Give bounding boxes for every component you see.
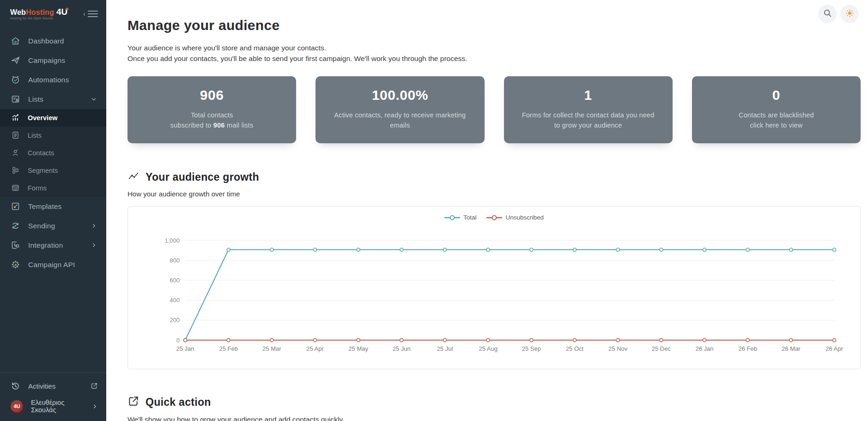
chevron-right-icon — [92, 403, 98, 409]
quick-action-subtitle: We'll show you how to grow your audience… — [127, 415, 868, 421]
sidebar-item-campaign-api[interactable]: Campaign API — [0, 255, 106, 275]
stat-line-2: to grow your audience — [554, 122, 622, 129]
brand-tagline: Hosting for the Open Source — [10, 17, 54, 20]
legend-marker-icon — [486, 215, 502, 220]
growth-chart-svg: 02004006008001,00025 Jan25 Feb25 Mar25 A… — [139, 224, 850, 363]
sidebar-item-label: Sending — [28, 222, 55, 230]
chevron-left-icon: ‹ — [83, 10, 85, 17]
stat-value: 0 — [699, 87, 853, 103]
sidebar-item-label: Automations — [28, 76, 69, 84]
quick-action-header: Quick action — [127, 395, 868, 409]
svg-text:25 Jun: 25 Jun — [393, 345, 411, 352]
svg-text:26 Mar: 26 Mar — [782, 345, 801, 352]
brand-logo[interactable]: WebHosting Hosting for the Open Source 4… — [10, 7, 67, 20]
sidebar-item-forms[interactable]: Forms — [0, 179, 106, 197]
document-list-icon — [11, 131, 20, 140]
svg-text:26 Feb: 26 Feb — [738, 345, 757, 352]
svg-text:26 Apr: 26 Apr — [826, 345, 843, 352]
segments-icon — [11, 166, 20, 175]
svg-text:25 Sep: 25 Sep — [522, 345, 541, 352]
forms-icon — [11, 183, 20, 192]
sidebar-item-segments[interactable]: Segments — [0, 162, 106, 179]
sidebar-item-label: Lists — [28, 95, 43, 104]
intro-line-1: Your audience is where you'll store and … — [127, 43, 868, 53]
growth-section-subtitle: How your audience growth over time — [127, 190, 868, 198]
header-actions — [818, 5, 859, 23]
sidebar-collapse-button[interactable]: ‹ — [83, 10, 98, 17]
sidebar-item-contacts[interactable]: Contacts — [0, 144, 106, 162]
sidebar-item-activities[interactable]: Activities — [0, 376, 106, 396]
sidebar-footer: Activities 4U Ελευθέριος Σκουλάς — [0, 372, 106, 421]
stat-line-1: Forms for collect the contact data you n… — [522, 111, 655, 119]
audience-growth-chart-panel: TotalUnsubscribed 02004006008001,00025 J… — [127, 206, 861, 369]
svg-text:400: 400 — [170, 297, 180, 304]
alarm-clock-icon — [11, 75, 20, 85]
stat-value: 1 — [511, 87, 665, 103]
growth-section-title: Your audience growth — [146, 171, 259, 183]
lists-submenu: Overview Lists Contacts Segments — [0, 109, 106, 197]
activities-label: Activities — [28, 382, 55, 390]
sync-icon — [11, 221, 20, 231]
svg-text:25 Jul: 25 Jul — [437, 345, 453, 352]
sidebar-item-lists-sub[interactable]: Lists — [0, 127, 106, 144]
sidebar-item-label: Overview — [28, 114, 58, 122]
sidebar-item-lists[interactable]: Lists — [0, 90, 106, 109]
legend-label: Unsubscribed — [505, 214, 544, 221]
brand-4u: 4U — [56, 7, 67, 16]
stat-line-2-suffix: mail lists — [225, 122, 254, 129]
sidebar-item-label: Segments — [28, 167, 58, 174]
sidebar-item-label: Campaign API — [28, 261, 75, 269]
intro-line-2: Once you add your contacts, you'll be ab… — [127, 53, 868, 64]
stats-row: 906 Total contacts subscribed to 906 mai… — [127, 76, 861, 144]
paper-plane-icon — [11, 55, 20, 65]
sidebar-item-sending[interactable]: Sending — [0, 216, 106, 236]
legend-label: Total — [463, 214, 477, 221]
intro-text: Your audience is where you'll store and … — [127, 43, 868, 64]
sun-icon — [845, 8, 855, 19]
legend-item-unsubscribed[interactable]: Unsubscribed — [486, 214, 544, 221]
sidebar-item-overview[interactable]: Overview — [0, 109, 106, 127]
growth-section-header: Your audience growth — [127, 170, 868, 184]
sidebar-item-label: Integration — [28, 241, 63, 250]
sidebar-item-label: Contacts — [28, 149, 54, 157]
sidebar-item-label: Forms — [28, 184, 47, 192]
template-pen-icon — [11, 201, 20, 211]
sidebar-item-campaigns[interactable]: Campaigns — [0, 51, 106, 70]
sidebar-item-automations[interactable]: Automations — [0, 70, 106, 90]
page-title: Manage your audience — [127, 18, 868, 33]
search-button[interactable] — [818, 5, 837, 23]
sidebar-item-templates[interactable]: Templates — [0, 197, 106, 216]
chart-legend: TotalUnsubscribed — [139, 214, 849, 221]
external-link-icon[interactable] — [91, 382, 98, 390]
sidebar: WebHosting Hosting for the Open Source 4… — [0, 0, 106, 421]
external-link-icon — [127, 395, 140, 409]
sidebar-item-integration[interactable]: Integration — [0, 236, 106, 255]
brand-web: Web — [10, 8, 26, 16]
quick-action-title: Quick action — [146, 396, 211, 409]
svg-text:25 Feb: 25 Feb — [219, 345, 237, 352]
svg-text:25 Mar: 25 Mar — [262, 345, 281, 352]
svg-text:25 Jan: 25 Jan — [176, 345, 194, 352]
svg-text:25 Nov: 25 Nov — [608, 345, 628, 352]
sidebar-item-label: Templates — [28, 202, 61, 211]
history-clock-icon — [11, 381, 20, 391]
legend-item-total[interactable]: Total — [444, 214, 477, 221]
stat-label: Active contacts, ready to receive market… — [323, 110, 477, 131]
chevron-down-icon — [91, 96, 97, 103]
svg-text:25 Dec: 25 Dec — [652, 345, 671, 352]
id-card-icon — [11, 94, 20, 104]
avatar: 4U — [11, 400, 23, 413]
svg-text:25 May: 25 May — [348, 345, 368, 352]
sidebar-item-label: Lists — [28, 132, 42, 139]
stat-label: Total contacts subscribed to 906 mail li… — [135, 110, 289, 131]
stat-line-2: emails — [390, 122, 410, 129]
person-icon — [11, 148, 20, 157]
main-content: Manage your audience Your audience is wh… — [106, 0, 868, 421]
stat-card-blacklisted[interactable]: 0 Contacts are blacklished click here to… — [692, 76, 861, 144]
sidebar-item-dashboard[interactable]: Dashboard — [0, 31, 106, 51]
sidebar-item-label: Campaigns — [28, 56, 65, 65]
svg-text:25 Apr: 25 Apr — [306, 345, 324, 352]
user-menu[interactable]: 4U Ελευθέριος Σκουλάς — [0, 396, 106, 416]
stat-line-1: Active contacts, ready to receive market… — [334, 111, 466, 119]
theme-toggle-button[interactable] — [840, 5, 859, 23]
